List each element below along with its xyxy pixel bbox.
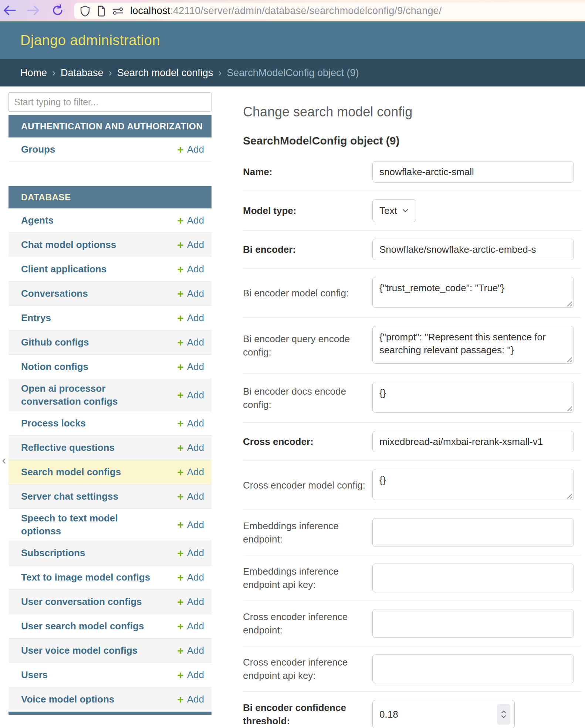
sidebar-add-link[interactable]: +Add (177, 547, 204, 559)
back-arrow-icon (3, 6, 16, 15)
sidebar-item-chat-model-optionss[interactable]: Chat model optionss +Add (9, 233, 212, 257)
breadcrumb-link[interactable]: Search model configs (117, 67, 213, 79)
breadcrumb-link[interactable]: Database (61, 67, 104, 79)
forward-button[interactable] (26, 3, 41, 18)
sidebar-add-link[interactable]: +Add (177, 491, 204, 502)
stepper-down-icon[interactable] (501, 715, 506, 718)
sidebar-item-client-applications[interactable]: Client applications +Add (9, 257, 212, 282)
sidebar-add-link[interactable]: +Add (177, 620, 204, 632)
sidebar-item-subscriptions[interactable]: Subscriptions +Add (9, 541, 212, 565)
sidebar-item-link[interactable]: Client applications (21, 263, 106, 276)
url-text[interactable]: localhost:42110/server/admin/database/se… (130, 5, 442, 17)
sidebar-item-reflective-questions[interactable]: Reflective questions +Add (9, 436, 212, 460)
sidebar-add-link[interactable]: +Add (177, 312, 204, 324)
sidebar-add-link[interactable]: +Add (177, 288, 204, 299)
sidebar-item-link[interactable]: Speech to text model optionss (21, 512, 158, 538)
cross-encoder-model-config-textarea[interactable] (372, 469, 574, 500)
sidebar-item-link[interactable]: Users (21, 669, 48, 681)
sidebar-item-user-voice-model-configs[interactable]: User voice model configs +Add (9, 639, 212, 663)
sidebar-item-link[interactable]: Open ai processor conversation configs (21, 382, 158, 408)
sidebar-collapse-toggle[interactable]: ‹ (0, 452, 8, 467)
sidebar-add-link[interactable]: +Add (177, 144, 204, 155)
sidebar-add-link[interactable]: +Add (177, 669, 204, 681)
plus-icon: + (177, 694, 184, 705)
back-button[interactable] (2, 3, 17, 18)
embeddings-inference-endpoint-input[interactable] (372, 518, 574, 547)
sidebar-add-link[interactable]: +Add (177, 263, 204, 275)
sidebar-add-link[interactable]: +Add (177, 418, 204, 429)
model-type-select[interactable]: Text (372, 199, 416, 222)
sidebar-item-speech-to-text-model-optionss[interactable]: Speech to text model optionss +Add (9, 509, 212, 541)
cross-encoder-inference-endpoint-input[interactable] (372, 609, 574, 638)
reload-button[interactable] (50, 3, 65, 18)
sidebar-item-github-configs[interactable]: Github configs +Add (9, 330, 212, 355)
bi-encoder-docs-encode-config-textarea[interactable] (372, 382, 574, 413)
sidebar-item-link[interactable]: Notion configs (21, 360, 88, 373)
sidebar-item-link[interactable]: Entrys (21, 312, 51, 324)
sidebar-item-link[interactable]: Reflective questions (21, 441, 115, 454)
sidebar-add-link[interactable]: +Add (177, 645, 204, 656)
sidebar-add-link[interactable]: +Add (177, 596, 204, 608)
bi-encoder-query-encode-config-textarea[interactable] (372, 326, 574, 364)
shield-icon[interactable] (80, 6, 90, 17)
sidebar-item-link[interactable]: Groups (21, 143, 55, 156)
nav-filter-input[interactable] (9, 92, 212, 112)
bi-encoder-model-config-textarea[interactable] (372, 277, 574, 308)
cross-encoder-inference-endpoint-api-key-input[interactable] (372, 654, 574, 683)
sidebar-add-link[interactable]: +Add (177, 361, 204, 372)
sidebar-item-link[interactable]: Text to image model configs (21, 571, 150, 584)
sidebar-item-link[interactable]: User conversation configs (21, 595, 142, 608)
reload-icon (52, 4, 64, 16)
sidebar-item-link[interactable]: User search model configs (21, 620, 144, 633)
sidebar-item-process-locks[interactable]: Process locks +Add (9, 411, 212, 436)
sidebar-add-link[interactable]: +Add (177, 519, 204, 531)
add-label: Add (187, 215, 204, 226)
cross-encoder-input[interactable] (372, 431, 574, 452)
sidebar-item-link[interactable]: Subscriptions (21, 547, 85, 559)
plus-icon: + (177, 389, 184, 401)
bi-encoder-confidence-threshold-input[interactable] (372, 700, 515, 728)
sidebar-item-entrys[interactable]: Entrys +Add (9, 306, 212, 330)
sidebar-add-link[interactable]: +Add (177, 337, 204, 348)
add-label: Add (187, 547, 204, 559)
breadcrumb-link[interactable]: Home (20, 67, 47, 79)
sidebar-item-link[interactable]: Search model configs (21, 466, 121, 479)
number-stepper[interactable] (497, 704, 510, 725)
sidebar-item-groups[interactable]: Groups +Add (9, 137, 212, 162)
sidebar-item-conversations[interactable]: Conversations +Add (9, 282, 212, 306)
name-input[interactable] (372, 161, 574, 183)
sidebar-item-link[interactable]: Github configs (21, 336, 89, 349)
sidebar-item-server-chat-settingss[interactable]: Server chat settingss +Add (9, 484, 212, 509)
sidebar-item-voice-model-options[interactable]: Voice model options +Add (9, 687, 212, 712)
sidebar-item-link[interactable]: Server chat settingss (21, 490, 118, 503)
sidebar-add-link[interactable]: +Add (177, 572, 204, 583)
stepper-up-icon[interactable] (501, 710, 506, 714)
sidebar-item-text-to-image-model-configs[interactable]: Text to image model configs +Add (9, 565, 212, 590)
sidebar-item-link[interactable]: Conversations (21, 287, 88, 300)
sidebar-item-link[interactable]: Agents (21, 214, 54, 227)
sidebar-add-link[interactable]: +Add (177, 466, 204, 478)
sidebar-item-users[interactable]: Users +Add (9, 663, 212, 687)
sidebar-add-link[interactable]: +Add (177, 215, 204, 226)
site-title[interactable]: Django administration (20, 33, 160, 48)
sidebar-item-link[interactable]: Process locks (21, 417, 86, 430)
page-info-icon[interactable] (97, 6, 106, 17)
url-bar[interactable]: localhost:42110/server/admin/database/se… (74, 3, 585, 19)
sidebar-item-link[interactable]: User voice model configs (21, 644, 138, 657)
embeddings-inference-endpoint-api-key-input[interactable] (372, 564, 574, 592)
sidebar-item-link[interactable]: Voice model options (21, 693, 114, 706)
sidebar-item-link[interactable]: Chat model optionss (21, 238, 116, 251)
sidebar-item-user-conversation-configs[interactable]: User conversation configs +Add (9, 590, 212, 614)
sidebar-item-agents[interactable]: Agents +Add (9, 208, 212, 233)
sidebar-add-link[interactable]: +Add (177, 389, 204, 401)
sidebar-item-notion-configs[interactable]: Notion configs +Add (9, 355, 212, 379)
sidebar-add-link[interactable]: +Add (177, 239, 204, 251)
sidebar-add-link[interactable]: +Add (177, 694, 204, 705)
field-label: Embeddings inference endpoint api key: (243, 565, 372, 592)
sidebar-item-user-search-model-configs[interactable]: User search model configs +Add (9, 614, 212, 639)
permissions-sliders-icon[interactable] (112, 6, 124, 16)
sidebar-item-search-model-configs[interactable]: Search model configs +Add (9, 460, 212, 484)
sidebar-add-link[interactable]: +Add (177, 442, 204, 453)
bi-encoder-input[interactable] (372, 239, 574, 260)
sidebar-item-open-ai-processor-conversation-configs[interactable]: Open ai processor conversation configs +… (9, 379, 212, 411)
